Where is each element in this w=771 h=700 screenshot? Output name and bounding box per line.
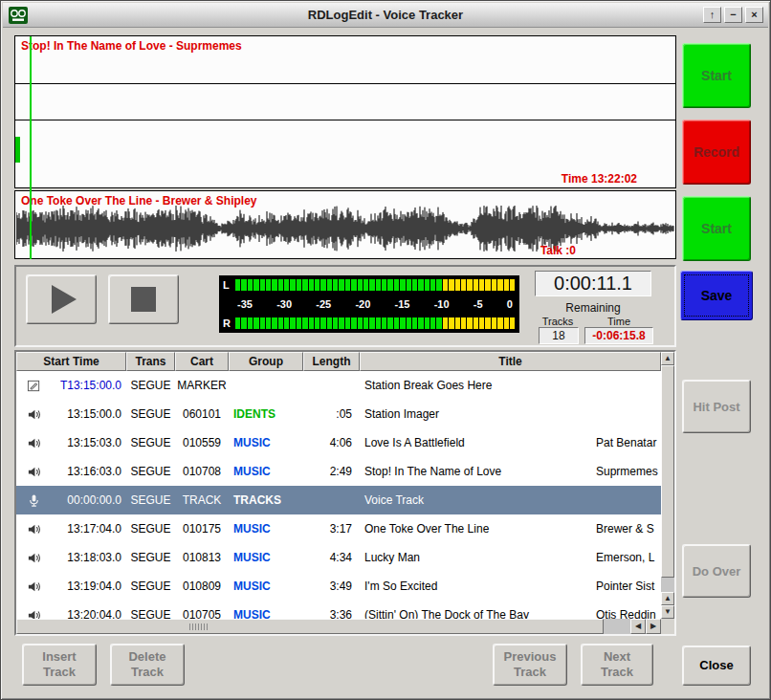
meter-segment	[320, 279, 325, 291]
cell-start-time: T13:15:00.0	[51, 371, 126, 400]
meter-segment	[266, 317, 271, 329]
cell-start-time: 13:19:04.0	[51, 572, 126, 601]
insert-track-button[interactable]: Insert Track	[22, 644, 97, 686]
start-track2-button[interactable]: Start	[682, 196, 751, 261]
meter-segment	[467, 317, 472, 329]
cell-length	[303, 371, 360, 400]
delete-track-button[interactable]: Delete Track	[110, 644, 185, 686]
column-header-start-time[interactable]: Start Time	[16, 352, 126, 371]
record-button[interactable]: Record	[682, 120, 751, 185]
table-row[interactable]: 13:20:04.0SEGUE010705MUSIC3:36(Sittin' O…	[16, 601, 661, 619]
table-row[interactable]: 00:00:00.0SEGUETRACKTRACKSVoice Track	[16, 486, 661, 514]
meter-scale-label: -35	[237, 298, 253, 310]
meter-segment	[400, 279, 405, 291]
scroll-down-icon[interactable]: ▼	[661, 605, 674, 619]
previous-track-button[interactable]: Previous Track	[493, 644, 567, 686]
horizontal-scrollbar-thumb[interactable]	[16, 619, 604, 634]
column-header-trans[interactable]: Trans	[126, 352, 175, 371]
meter-segment	[327, 279, 332, 291]
start-track1-button[interactable]: Start	[682, 43, 751, 108]
column-header-group[interactable]: Group	[229, 352, 303, 371]
next-track-button[interactable]: Next Track	[581, 644, 653, 686]
table-header: Start TimeTransCartGroupLengthTitle	[16, 352, 661, 371]
meter-scale-label: -10	[434, 298, 450, 310]
cell-length: 3:17	[303, 514, 360, 543]
meter-segment	[297, 279, 301, 291]
cell-length: :05	[303, 400, 360, 428]
table-row[interactable]: 13:16:03.0SEGUE010708MUSIC2:49Stop! In T…	[16, 457, 661, 486]
column-header-length[interactable]: Length	[303, 352, 360, 371]
vertical-scrollbar[interactable]: ▲ ▲ ▼	[661, 352, 674, 619]
cell-cart: 010175	[175, 514, 229, 543]
play-button[interactable]	[26, 274, 97, 324]
table-row[interactable]: 13:19:04.0SEGUE010809MUSIC3:49I'm So Exc…	[16, 572, 661, 601]
meter-scale-label: -20	[355, 298, 370, 310]
minimize-window-icon[interactable]: −	[724, 7, 742, 23]
titlebar[interactable]: RDLogEdit - Voice Tracker ↑ − ×	[3, 3, 768, 28]
playhead-cursor[interactable]	[30, 36, 32, 259]
mic-icon	[16, 486, 51, 514]
meter-scale-label: -25	[316, 298, 331, 310]
scrollbar-corner	[661, 619, 674, 634]
meter-segment	[412, 279, 417, 291]
close-button[interactable]: Close	[682, 645, 751, 686]
meter-segment	[369, 317, 374, 329]
cell-title: Love Is A Battlefield	[360, 428, 594, 457]
scroll-up-icon[interactable]: ▲	[661, 352, 674, 365]
meter-segment	[407, 317, 411, 329]
cell-cart: 010705	[175, 601, 229, 619]
elapsed-time-display: 0:00:11.1	[535, 271, 651, 296]
hit-post-button[interactable]: Hit Post	[682, 380, 751, 433]
do-over-button[interactable]: Do Over	[682, 544, 751, 598]
cell-group: TRACKS	[229, 486, 303, 514]
stop-button[interactable]	[108, 274, 179, 324]
track1-title: Stop! In The Name of Love - Suprmemes	[21, 39, 242, 53]
cell-cart: 010813	[175, 543, 229, 572]
meter-segment	[333, 279, 338, 291]
meter-segment	[418, 279, 423, 291]
cell-title: (Sittin' On) The Dock of The Bay	[360, 601, 594, 619]
scroll-up-icon[interactable]: ▲	[661, 592, 674, 605]
table-row[interactable]: 13:17:04.0SEGUE010175MUSIC3:17One Toke O…	[16, 514, 661, 543]
horizontal-scrollbar[interactable]: ◀ ▶	[16, 619, 661, 634]
table-row[interactable]: 13:15:03.0SEGUE010559MUSIC4:06Love Is A …	[16, 428, 661, 457]
column-header-title[interactable]: Title	[360, 352, 661, 371]
tracks-remaining-value: 18	[539, 327, 579, 344]
scroll-left-icon[interactable]: ◀	[630, 619, 646, 634]
meter-segment	[358, 279, 363, 291]
scroll-right-icon[interactable]: ▶	[646, 619, 661, 634]
cell-title: Stop! In The Name of Love	[360, 457, 594, 486]
speaker-icon	[16, 457, 51, 486]
meter-segment	[382, 279, 386, 291]
speaker-icon	[16, 601, 51, 619]
table-row[interactable]: 13:15:00.0SEGUE060101IDENTS:05Station Im…	[16, 400, 661, 428]
save-button[interactable]: Save	[680, 271, 753, 320]
meter-scale-label: 0	[507, 298, 513, 310]
meter-segment	[320, 317, 325, 329]
cell-title: Lucky Man	[360, 543, 594, 572]
cell-group: MUSIC	[229, 572, 303, 601]
track2-waveform-panel[interactable]: One Toke Over The Line - Brewer & Shiple…	[14, 190, 676, 259]
speaker-icon	[16, 543, 51, 572]
table-row[interactable]: 13:18:03.0SEGUE010813MUSIC4:34Lucky ManE…	[16, 543, 661, 572]
meter-segment	[260, 317, 265, 329]
close-window-icon[interactable]: ×	[745, 7, 763, 23]
meter-segment	[474, 317, 478, 329]
shade-window-icon[interactable]: ↑	[703, 7, 721, 23]
meter-scale-label: -15	[395, 298, 410, 310]
cell-group	[229, 371, 303, 400]
cell-trans: SEGUE	[126, 457, 175, 486]
track1-waveform-panel[interactable]: Stop! In The Name of Love - Suprmemes Ti…	[14, 35, 676, 188]
meter-segment	[297, 317, 301, 329]
meter-segment	[253, 279, 258, 291]
meter-segment	[363, 317, 368, 329]
meter-segment	[248, 317, 253, 329]
column-header-cart[interactable]: Cart	[175, 352, 229, 371]
vertical-scrollbar-thumb[interactable]	[661, 365, 674, 578]
meter-segment	[461, 317, 466, 329]
meter-segment	[436, 317, 441, 329]
meter-segment	[284, 279, 289, 291]
meter-segment	[449, 317, 453, 329]
cell-group: MUSIC	[229, 428, 303, 457]
table-row[interactable]: T13:15:00.0SEGUEMARKERStation Break Goes…	[16, 371, 661, 400]
